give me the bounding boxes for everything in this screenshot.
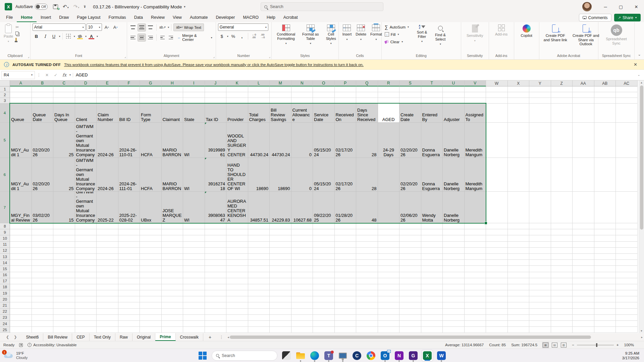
- cell-C13[interactable]: [53, 254, 75, 260]
- cell-L19[interactable]: [248, 290, 270, 296]
- cell-Q8[interactable]: [356, 223, 378, 229]
- cell-W22[interactable]: [486, 309, 508, 315]
- cell-Q9[interactable]: [356, 229, 378, 235]
- formula-input[interactable]: AGED ⌄: [73, 73, 643, 77]
- ribbon-tab-insert[interactable]: Insert: [37, 14, 55, 22]
- cell-Q18[interactable]: [356, 284, 378, 290]
- cell-A23[interactable]: [10, 315, 32, 321]
- cell-E1[interactable]: [97, 86, 118, 92]
- row-header-22[interactable]: 22: [0, 309, 10, 315]
- cell-R2[interactable]: [378, 92, 400, 98]
- cell-Q10[interactable]: [356, 235, 378, 241]
- cell-AA3[interactable]: [573, 98, 594, 104]
- cell-R9[interactable]: [378, 229, 400, 235]
- cell-L23[interactable]: [248, 315, 270, 321]
- cell-L16[interactable]: [248, 272, 270, 278]
- cell-N5[interactable]: 0: [291, 123, 313, 158]
- sheet-tab-crosswalk[interactable]: Crosswalk: [176, 333, 203, 341]
- cell-K5[interactable]: WOODLAND SURGERY CENTER: [226, 123, 248, 158]
- taskbar-clock[interactable]: 9:25 AM 3/17/2026: [622, 351, 639, 360]
- cell-K18[interactable]: [226, 284, 248, 290]
- cell-H5[interactable]: MARIO BARRON: [162, 123, 183, 158]
- cell-L22[interactable]: [248, 309, 270, 315]
- cell-S6[interactable]: 02/20/2026: [399, 158, 421, 192]
- cell-R5[interactable]: 24-29 Days: [378, 123, 400, 158]
- cell-N2[interactable]: [291, 92, 313, 98]
- cell-G25[interactable]: [140, 327, 162, 333]
- cell-X7[interactable]: [508, 192, 530, 223]
- sensitivity-button[interactable]: Sensitivity ▾: [465, 23, 485, 44]
- cell-M13[interactable]: [270, 254, 291, 260]
- cell-J16[interactable]: [205, 272, 227, 278]
- edge-icon[interactable]: [309, 350, 320, 361]
- cell-K1[interactable]: [226, 86, 248, 92]
- cell-U23[interactable]: [443, 315, 465, 321]
- cell-X5[interactable]: [508, 123, 530, 158]
- cell-AC8[interactable]: [616, 223, 638, 229]
- cell-E6[interactable]: 2024-26: [97, 158, 118, 192]
- cell-U12[interactable]: [443, 248, 465, 254]
- cell-Z17[interactable]: [551, 278, 573, 284]
- cell-U4[interactable]: Adjuster: [443, 104, 465, 123]
- cell-P20[interactable]: [335, 296, 357, 302]
- insert-cells-button[interactable]: Insert ▾: [341, 23, 354, 43]
- cell-P8[interactable]: [335, 223, 357, 229]
- cell-D6[interactable]: GMTWM - Germantown Mutual Insurance Comp…: [75, 158, 97, 192]
- increase-decimal-icon[interactable]: ←0.00: [250, 33, 258, 40]
- cell-T16[interactable]: [421, 272, 443, 278]
- column-header-U[interactable]: U: [443, 80, 465, 86]
- cell-K17[interactable]: [226, 278, 248, 284]
- cell-J21[interactable]: [205, 302, 227, 308]
- cell-G19[interactable]: [140, 290, 162, 296]
- cell-T8[interactable]: [421, 223, 443, 229]
- cell-Y13[interactable]: [529, 254, 551, 260]
- cell-L11[interactable]: [248, 242, 270, 248]
- cell-AC24[interactable]: [616, 321, 638, 327]
- cell-D17[interactable]: [75, 278, 97, 284]
- cell-P22[interactable]: [335, 309, 357, 315]
- cell-S7[interactable]: 02/06/2026: [399, 192, 421, 223]
- cell-O6[interactable]: 05/15/2024: [313, 158, 335, 192]
- cell-E8[interactable]: [97, 223, 118, 229]
- cell-AB22[interactable]: [594, 309, 616, 315]
- cell-D11[interactable]: [75, 242, 97, 248]
- cell-K2[interactable]: [226, 92, 248, 98]
- cell-R23[interactable]: [378, 315, 400, 321]
- cell-W23[interactable]: [486, 315, 508, 321]
- cell-W15[interactable]: [486, 266, 508, 272]
- cell-AB17[interactable]: [594, 278, 616, 284]
- format-as-table-button[interactable]: Format as Table ▾: [299, 23, 322, 47]
- cell-C3[interactable]: [53, 98, 75, 104]
- cell-AB9[interactable]: [594, 229, 616, 235]
- cell-A2[interactable]: [10, 92, 32, 98]
- cell-K15[interactable]: [226, 266, 248, 272]
- cell-K8[interactable]: [226, 223, 248, 229]
- cell-B14[interactable]: [32, 260, 54, 266]
- cell-F20[interactable]: [118, 296, 140, 302]
- cell-Z18[interactable]: [551, 284, 573, 290]
- cell-AB4[interactable]: [594, 104, 616, 123]
- cell-K24[interactable]: [226, 321, 248, 327]
- cell-U7[interactable]: Danelle Norberg: [443, 192, 465, 223]
- cell-U6[interactable]: Danelle Norberg: [443, 158, 465, 192]
- cell-K7[interactable]: AURORA MED CENTER KENOSHA: [226, 192, 248, 223]
- cell-M19[interactable]: [270, 290, 291, 296]
- cell-E5[interactable]: 2024-26: [97, 123, 118, 158]
- cell-W12[interactable]: [486, 248, 508, 254]
- cell-U19[interactable]: [443, 290, 465, 296]
- cell-M1[interactable]: [270, 86, 291, 92]
- cell-Z19[interactable]: [551, 290, 573, 296]
- weather-widget[interactable]: 1 19°F Cloudy: [3, 351, 28, 360]
- cell-T17[interactable]: [421, 278, 443, 284]
- cell-B3[interactable]: [32, 98, 54, 104]
- cell-R13[interactable]: [378, 254, 400, 260]
- cell-Y4[interactable]: [529, 104, 551, 123]
- cell-S9[interactable]: [399, 229, 421, 235]
- cell-A13[interactable]: [10, 254, 32, 260]
- cell-G13[interactable]: [140, 254, 162, 260]
- cell-N19[interactable]: [291, 290, 313, 296]
- cell-U1[interactable]: [443, 86, 465, 92]
- cell-V5[interactable]: Meredith Mangum: [465, 123, 486, 158]
- cell-I4[interactable]: State: [183, 104, 205, 123]
- cell-S5[interactable]: 02/20/2026: [399, 123, 421, 158]
